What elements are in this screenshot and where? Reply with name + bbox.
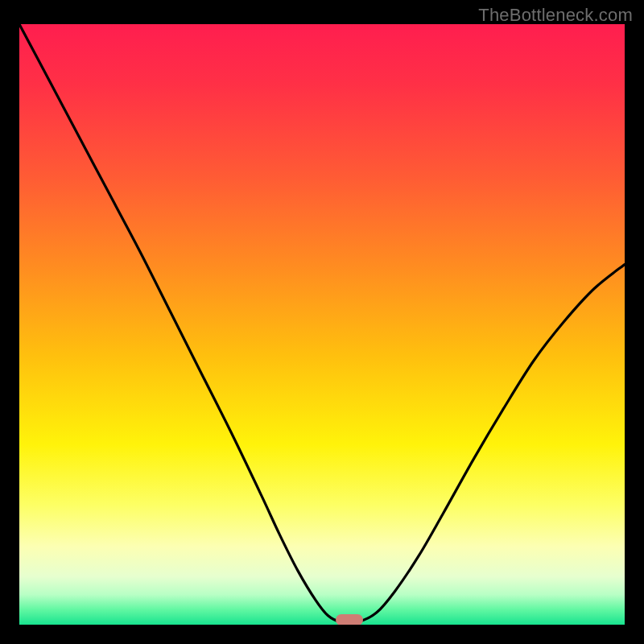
chart-frame: TheBottleneck.com [0, 0, 644, 644]
plot-area [19, 24, 625, 625]
gradient-background [19, 24, 625, 625]
minimum-marker [336, 614, 363, 625]
watermark-text: TheBottleneck.com [478, 5, 633, 26]
bottleneck-chart [19, 24, 625, 625]
